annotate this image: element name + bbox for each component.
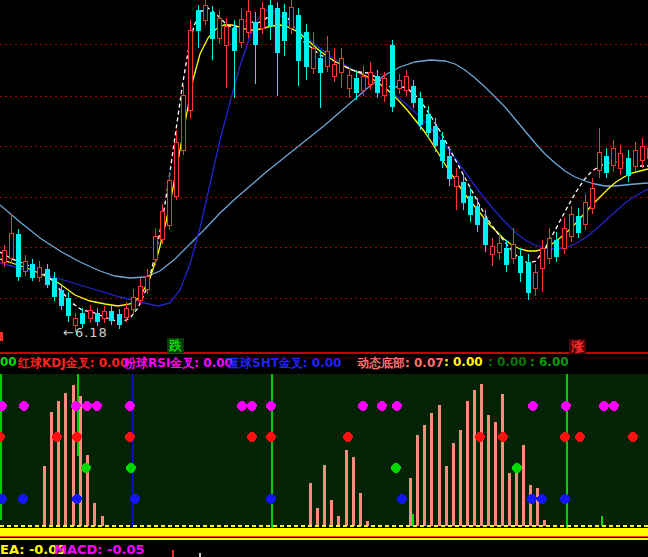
indicator-header-item: 粉球RSI金叉: 0.00 (124, 355, 233, 372)
app-root: ←6.18 跌 涨 00红球KDJ金叉: 0.00粉球RSI金叉: 0.00蓝球… (0, 0, 648, 557)
bottom-ticks (172, 550, 201, 557)
indicator-header-item: 00 (0, 355, 17, 369)
rise-label: 涨 (569, 339, 586, 354)
indicator-header-item: 蓝球SHT金叉: 0.00 (228, 355, 341, 372)
candlesticks (2, 0, 648, 332)
main-chart[interactable] (0, 0, 648, 341)
fall-label: 跌 (167, 338, 184, 353)
indicator-header-item: : 6.00 (530, 355, 569, 369)
indicator-header-item: : 0.00 (488, 355, 527, 369)
low-tick-marker (0, 332, 3, 341)
low-price-label: ←6.18 (63, 326, 108, 339)
macd-value-label: MACD: -0.05 (54, 542, 145, 557)
bottom-band (0, 526, 648, 539)
divider-line (0, 352, 648, 354)
grid-lines (0, 44, 648, 298)
indicator-header-item: : 0.00 (444, 355, 483, 369)
indicator-header: 00红球KDJ金叉: 0.00粉球RSI金叉: 0.00蓝球SHT金叉: 0.0… (0, 355, 648, 373)
indicator-panel[interactable] (0, 374, 648, 557)
ma-lines (0, 8, 648, 322)
indicator-header-item: 红球KDJ金叉: 0.00 (18, 355, 128, 372)
chart-canvas (0, 0, 648, 557)
indicator-header-item: 动态底部: 0.07 (357, 355, 444, 372)
